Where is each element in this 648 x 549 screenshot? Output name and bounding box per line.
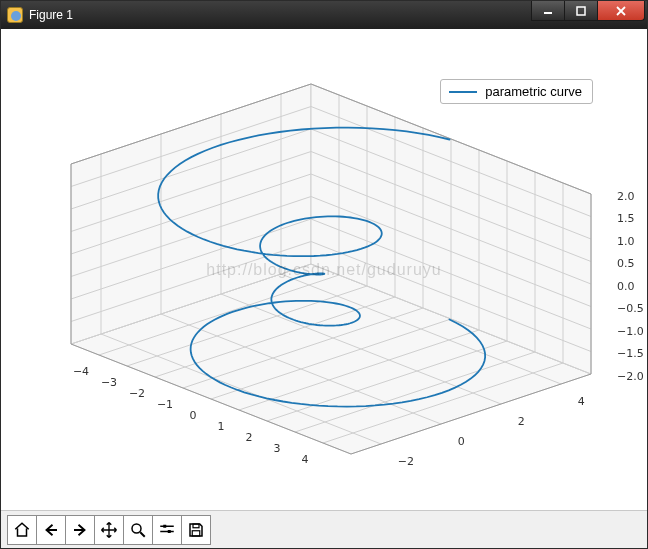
figure-window: Figure 1 −4−3−2−101234−2024−2.0−1.5−1.0−… (0, 0, 648, 549)
arrow-right-icon (71, 521, 89, 539)
svg-point-79 (132, 524, 141, 533)
plot-canvas[interactable]: −4−3−2−101234−2024−2.0−1.5−1.0−0.50.00.5… (1, 29, 647, 510)
svg-text:2.0: 2.0 (617, 190, 635, 203)
home-button[interactable] (7, 515, 37, 545)
back-button[interactable] (36, 515, 66, 545)
svg-rect-1 (577, 7, 585, 15)
legend-line-swatch (449, 91, 477, 93)
matplotlib-toolbar (1, 510, 647, 548)
svg-rect-84 (168, 530, 171, 533)
forward-button[interactable] (65, 515, 95, 545)
minimize-button[interactable] (531, 1, 565, 21)
svg-text:−1.0: −1.0 (617, 325, 644, 338)
app-icon (7, 7, 23, 23)
svg-text:−2: −2 (129, 387, 145, 400)
maximize-icon (576, 6, 586, 16)
sliders-icon (158, 521, 176, 539)
legend-label: parametric curve (485, 84, 582, 99)
svg-text:0: 0 (458, 435, 465, 448)
svg-text:0.0: 0.0 (617, 280, 635, 293)
svg-text:−3: −3 (101, 376, 117, 389)
svg-text:−1.5: −1.5 (617, 347, 644, 360)
window-controls (532, 1, 645, 29)
svg-text:−2.0: −2.0 (617, 370, 644, 383)
svg-text:4: 4 (578, 395, 585, 408)
svg-text:1: 1 (218, 420, 225, 433)
svg-text:4: 4 (302, 453, 309, 466)
svg-line-80 (140, 532, 145, 537)
svg-text:−4: −4 (73, 365, 89, 378)
close-button[interactable] (597, 1, 645, 21)
titlebar[interactable]: Figure 1 (1, 1, 647, 29)
svg-text:−0.5: −0.5 (617, 302, 644, 315)
save-icon (187, 521, 205, 539)
save-button[interactable] (181, 515, 211, 545)
arrow-left-icon (42, 521, 60, 539)
svg-text:3: 3 (274, 442, 281, 455)
move-icon (100, 521, 118, 539)
svg-text:2: 2 (518, 415, 525, 428)
svg-text:−2: −2 (398, 455, 414, 468)
configure-subplots-button[interactable] (152, 515, 182, 545)
close-icon (615, 5, 627, 17)
svg-text:0.5: 0.5 (617, 257, 635, 270)
svg-rect-82 (163, 524, 166, 527)
svg-text:−1: −1 (157, 398, 173, 411)
minimize-icon (543, 6, 553, 16)
zoom-icon (129, 521, 147, 539)
home-icon (13, 521, 31, 539)
svg-text:2: 2 (246, 431, 253, 444)
pan-button[interactable] (94, 515, 124, 545)
window-title: Figure 1 (29, 8, 73, 22)
maximize-button[interactable] (564, 1, 598, 21)
svg-rect-86 (192, 530, 200, 535)
svg-text:0: 0 (190, 409, 197, 422)
legend: parametric curve (440, 79, 593, 104)
svg-text:1.0: 1.0 (617, 235, 635, 248)
svg-text:1.5: 1.5 (617, 212, 635, 225)
zoom-button[interactable] (123, 515, 153, 545)
svg-rect-85 (193, 524, 199, 528)
